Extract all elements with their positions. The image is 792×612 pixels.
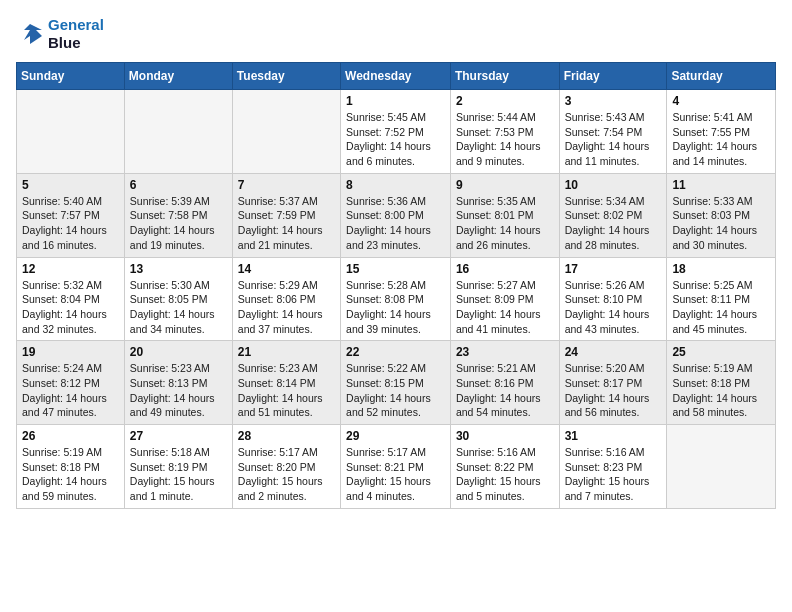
day-number: 26 [22,429,119,443]
calendar-day-cell: 8Sunrise: 5:36 AMSunset: 8:00 PMDaylight… [341,173,451,257]
calendar-week-3: 12Sunrise: 5:32 AMSunset: 8:04 PMDayligh… [17,257,776,341]
day-number: 6 [130,178,227,192]
calendar-day-cell: 10Sunrise: 5:34 AMSunset: 8:02 PMDayligh… [559,173,667,257]
day-number: 23 [456,345,554,359]
day-number: 24 [565,345,662,359]
day-info: Sunrise: 5:45 AMSunset: 7:52 PMDaylight:… [346,110,445,169]
header-sunday: Sunday [17,63,125,90]
day-info: Sunrise: 5:36 AMSunset: 8:00 PMDaylight:… [346,194,445,253]
day-number: 29 [346,429,445,443]
header-thursday: Thursday [450,63,559,90]
day-info: Sunrise: 5:18 AMSunset: 8:19 PMDaylight:… [130,445,227,504]
day-number: 25 [672,345,770,359]
day-info: Sunrise: 5:30 AMSunset: 8:05 PMDaylight:… [130,278,227,337]
header-wednesday: Wednesday [341,63,451,90]
calendar-day-cell: 7Sunrise: 5:37 AMSunset: 7:59 PMDaylight… [232,173,340,257]
day-info: Sunrise: 5:37 AMSunset: 7:59 PMDaylight:… [238,194,335,253]
day-info: Sunrise: 5:23 AMSunset: 8:13 PMDaylight:… [130,361,227,420]
day-number: 18 [672,262,770,276]
header-saturday: Saturday [667,63,776,90]
svg-marker-0 [24,24,42,44]
day-info: Sunrise: 5:16 AMSunset: 8:22 PMDaylight:… [456,445,554,504]
day-number: 2 [456,94,554,108]
calendar-day-cell: 16Sunrise: 5:27 AMSunset: 8:09 PMDayligh… [450,257,559,341]
day-number: 17 [565,262,662,276]
calendar-day-cell: 4Sunrise: 5:41 AMSunset: 7:55 PMDaylight… [667,90,776,174]
calendar-day-cell [667,425,776,509]
day-info: Sunrise: 5:19 AMSunset: 8:18 PMDaylight:… [22,445,119,504]
calendar-day-cell: 15Sunrise: 5:28 AMSunset: 8:08 PMDayligh… [341,257,451,341]
day-number: 27 [130,429,227,443]
day-info: Sunrise: 5:29 AMSunset: 8:06 PMDaylight:… [238,278,335,337]
day-number: 3 [565,94,662,108]
calendar-day-cell: 25Sunrise: 5:19 AMSunset: 8:18 PMDayligh… [667,341,776,425]
day-number: 30 [456,429,554,443]
day-info: Sunrise: 5:28 AMSunset: 8:08 PMDaylight:… [346,278,445,337]
day-info: Sunrise: 5:24 AMSunset: 8:12 PMDaylight:… [22,361,119,420]
day-info: Sunrise: 5:32 AMSunset: 8:04 PMDaylight:… [22,278,119,337]
day-info: Sunrise: 5:33 AMSunset: 8:03 PMDaylight:… [672,194,770,253]
day-info: Sunrise: 5:23 AMSunset: 8:14 PMDaylight:… [238,361,335,420]
day-number: 4 [672,94,770,108]
day-number: 12 [22,262,119,276]
header-tuesday: Tuesday [232,63,340,90]
day-number: 14 [238,262,335,276]
day-info: Sunrise: 5:16 AMSunset: 8:23 PMDaylight:… [565,445,662,504]
day-number: 7 [238,178,335,192]
calendar-day-cell: 3Sunrise: 5:43 AMSunset: 7:54 PMDaylight… [559,90,667,174]
calendar-table: SundayMondayTuesdayWednesdayThursdayFrid… [16,62,776,509]
logo-icon [16,20,44,48]
day-info: Sunrise: 5:35 AMSunset: 8:01 PMDaylight:… [456,194,554,253]
calendar-day-cell: 21Sunrise: 5:23 AMSunset: 8:14 PMDayligh… [232,341,340,425]
calendar-week-4: 19Sunrise: 5:24 AMSunset: 8:12 PMDayligh… [17,341,776,425]
day-number: 22 [346,345,445,359]
day-number: 19 [22,345,119,359]
calendar-day-cell [17,90,125,174]
calendar-day-cell: 26Sunrise: 5:19 AMSunset: 8:18 PMDayligh… [17,425,125,509]
page-header: GeneralBlue [16,16,776,52]
day-info: Sunrise: 5:17 AMSunset: 8:21 PMDaylight:… [346,445,445,504]
calendar-week-2: 5Sunrise: 5:40 AMSunset: 7:57 PMDaylight… [17,173,776,257]
calendar-day-cell: 11Sunrise: 5:33 AMSunset: 8:03 PMDayligh… [667,173,776,257]
calendar-day-cell: 14Sunrise: 5:29 AMSunset: 8:06 PMDayligh… [232,257,340,341]
calendar-header-row: SundayMondayTuesdayWednesdayThursdayFrid… [17,63,776,90]
day-info: Sunrise: 5:39 AMSunset: 7:58 PMDaylight:… [130,194,227,253]
day-info: Sunrise: 5:25 AMSunset: 8:11 PMDaylight:… [672,278,770,337]
calendar-week-1: 1Sunrise: 5:45 AMSunset: 7:52 PMDaylight… [17,90,776,174]
calendar-day-cell [124,90,232,174]
day-info: Sunrise: 5:22 AMSunset: 8:15 PMDaylight:… [346,361,445,420]
calendar-day-cell: 28Sunrise: 5:17 AMSunset: 8:20 PMDayligh… [232,425,340,509]
calendar-day-cell: 17Sunrise: 5:26 AMSunset: 8:10 PMDayligh… [559,257,667,341]
calendar-day-cell: 5Sunrise: 5:40 AMSunset: 7:57 PMDaylight… [17,173,125,257]
day-number: 28 [238,429,335,443]
calendar-day-cell: 19Sunrise: 5:24 AMSunset: 8:12 PMDayligh… [17,341,125,425]
day-info: Sunrise: 5:43 AMSunset: 7:54 PMDaylight:… [565,110,662,169]
calendar-day-cell: 13Sunrise: 5:30 AMSunset: 8:05 PMDayligh… [124,257,232,341]
calendar-day-cell: 1Sunrise: 5:45 AMSunset: 7:52 PMDaylight… [341,90,451,174]
calendar-day-cell: 24Sunrise: 5:20 AMSunset: 8:17 PMDayligh… [559,341,667,425]
header-friday: Friday [559,63,667,90]
calendar-day-cell: 31Sunrise: 5:16 AMSunset: 8:23 PMDayligh… [559,425,667,509]
day-info: Sunrise: 5:27 AMSunset: 8:09 PMDaylight:… [456,278,554,337]
calendar-week-5: 26Sunrise: 5:19 AMSunset: 8:18 PMDayligh… [17,425,776,509]
day-number: 21 [238,345,335,359]
day-info: Sunrise: 5:20 AMSunset: 8:17 PMDaylight:… [565,361,662,420]
day-info: Sunrise: 5:21 AMSunset: 8:16 PMDaylight:… [456,361,554,420]
calendar-day-cell: 20Sunrise: 5:23 AMSunset: 8:13 PMDayligh… [124,341,232,425]
day-info: Sunrise: 5:26 AMSunset: 8:10 PMDaylight:… [565,278,662,337]
day-number: 11 [672,178,770,192]
calendar-day-cell: 12Sunrise: 5:32 AMSunset: 8:04 PMDayligh… [17,257,125,341]
day-info: Sunrise: 5:19 AMSunset: 8:18 PMDaylight:… [672,361,770,420]
day-info: Sunrise: 5:44 AMSunset: 7:53 PMDaylight:… [456,110,554,169]
calendar-day-cell: 9Sunrise: 5:35 AMSunset: 8:01 PMDaylight… [450,173,559,257]
calendar-day-cell: 23Sunrise: 5:21 AMSunset: 8:16 PMDayligh… [450,341,559,425]
calendar-day-cell: 2Sunrise: 5:44 AMSunset: 7:53 PMDaylight… [450,90,559,174]
calendar-day-cell: 22Sunrise: 5:22 AMSunset: 8:15 PMDayligh… [341,341,451,425]
logo-text: GeneralBlue [48,16,104,52]
day-info: Sunrise: 5:34 AMSunset: 8:02 PMDaylight:… [565,194,662,253]
day-number: 1 [346,94,445,108]
calendar-day-cell: 29Sunrise: 5:17 AMSunset: 8:21 PMDayligh… [341,425,451,509]
calendar-day-cell [232,90,340,174]
day-number: 8 [346,178,445,192]
day-number: 15 [346,262,445,276]
